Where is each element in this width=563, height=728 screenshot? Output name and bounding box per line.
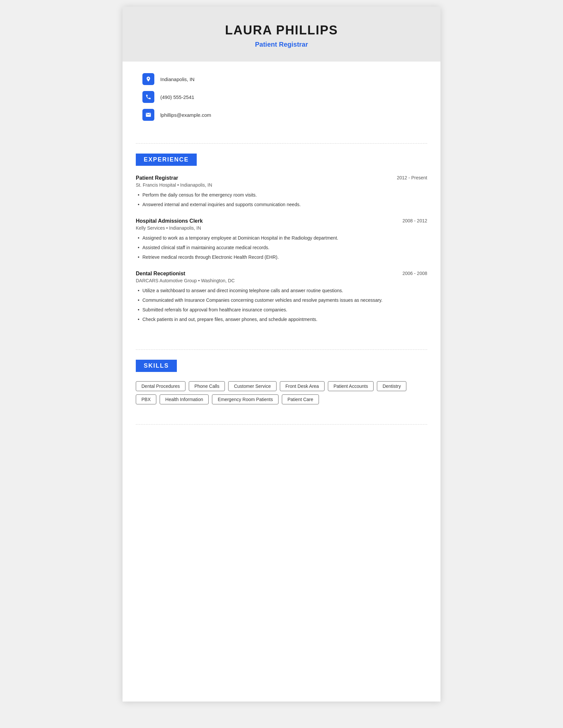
exp-header-row-3: Dental Receptionist 2006 - 2008 (136, 271, 427, 277)
skills-tags-container: Dental ProceduresPhone CallsCustomer Ser… (136, 381, 427, 404)
bullet-1-0: Perform the daily census for the emergen… (136, 192, 427, 199)
bullet-2-0: Assigned to work as a temporary employee… (136, 235, 427, 242)
job-title-1: Patient Registrar (136, 175, 178, 181)
experience-item-1: Patient Registrar 2012 - Present St. Fra… (136, 175, 427, 208)
skill-tag-1: Phone Calls (189, 381, 225, 391)
bullets-1: Perform the daily census for the emergen… (136, 192, 427, 208)
location-icon (142, 73, 154, 85)
exp-header-row-2: Hospital Admissions Clerk 2008 - 2012 (136, 218, 427, 224)
skills-header: SKILLS (136, 360, 177, 372)
bullet-3-2: Submitted referrals for approval from he… (136, 306, 427, 313)
phone-item: (490) 555-2541 (142, 91, 421, 103)
bottom-divider (136, 424, 427, 425)
email-icon (142, 109, 154, 121)
bullet-3-1: Communicated with Insurance Companies co… (136, 297, 427, 304)
job-title-3: Dental Receptionist (136, 271, 185, 277)
candidate-title: Patient Registrar (136, 41, 427, 48)
skill-tag-5: Dentistry (377, 381, 406, 391)
skills-top-divider (136, 349, 427, 350)
skill-tag-8: Emergency Room Patients (212, 394, 278, 404)
bullet-1-1: Answered internal and external inquiries… (136, 201, 427, 208)
contact-divider (136, 143, 427, 144)
exp-header-row-1: Patient Registrar 2012 - Present (136, 175, 427, 181)
skill-tag-9: Patient Care (282, 394, 319, 404)
resume-page: LAURA PHILLIPS Patient Registrar Indiana… (122, 7, 441, 702)
bullet-3-0: Utilize a switchboard to answer and dire… (136, 287, 427, 294)
experience-header: EXPERIENCE (136, 154, 197, 166)
company-1: St. Francis Hospital • Indianapolis, IN (136, 182, 427, 188)
company-2: Kelly Services • Indianapolis, IN (136, 225, 427, 231)
skill-tag-7: Health Information (160, 394, 209, 404)
location-item: Indianapolis, IN (142, 73, 421, 85)
experience-item-2: Hospital Admissions Clerk 2008 - 2012 Ke… (136, 218, 427, 261)
bullet-2-1: Assisted clinical staff in maintaining a… (136, 244, 427, 251)
phone-icon (142, 91, 154, 103)
experience-section: EXPERIENCE Patient Registrar 2012 - Pres… (122, 150, 441, 343)
skill-tag-2: Customer Service (228, 381, 276, 391)
email-text: lphillips@example.com (160, 112, 211, 118)
resume-header: LAURA PHILLIPS Patient Registrar (122, 7, 441, 62)
job-dates-3: 2006 - 2008 (402, 271, 427, 276)
company-3: DARCARS Automotive Group • Washington, D… (136, 278, 427, 283)
job-dates-2: 2008 - 2012 (402, 218, 427, 223)
skill-tag-6: PBX (136, 394, 156, 404)
skills-section: SKILLS Dental ProceduresPhone CallsCusto… (122, 356, 441, 418)
email-item: lphillips@example.com (142, 109, 421, 121)
location-text: Indianapolis, IN (160, 76, 194, 82)
candidate-name: LAURA PHILLIPS (136, 23, 427, 37)
bullet-2-2: Retrieve medical records through Electro… (136, 254, 427, 261)
bullets-2: Assigned to work as a temporary employee… (136, 235, 427, 261)
skill-tag-0: Dental Procedures (136, 381, 185, 391)
job-title-2: Hospital Admissions Clerk (136, 218, 203, 224)
skill-tag-3: Front Desk Area (280, 381, 325, 391)
bullet-3-3: Check patients in and out, prepare files… (136, 316, 427, 323)
experience-item-3: Dental Receptionist 2006 - 2008 DARCARS … (136, 271, 427, 323)
phone-text: (490) 555-2541 (160, 94, 194, 100)
bullets-3: Utilize a switchboard to answer and dire… (136, 287, 427, 323)
skill-tag-4: Patient Accounts (328, 381, 374, 391)
job-dates-1: 2012 - Present (397, 175, 427, 180)
contact-section: Indianapolis, IN (490) 555-2541 lphillip… (122, 62, 441, 137)
